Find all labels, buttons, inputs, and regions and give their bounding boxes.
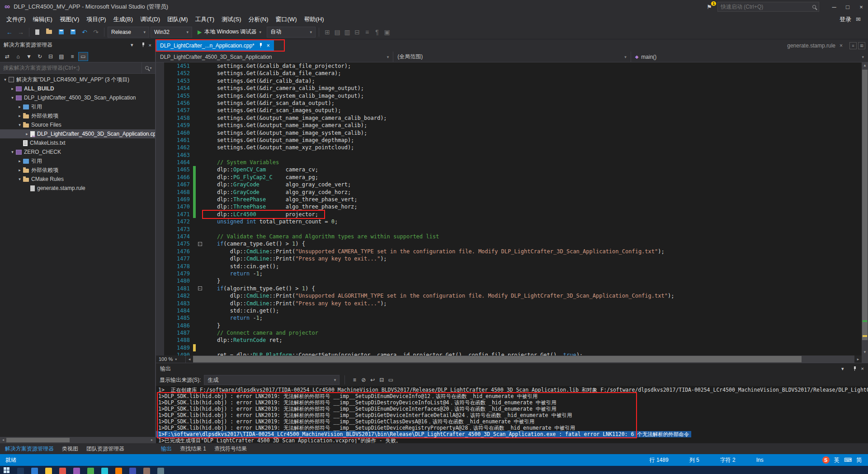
output-line[interactable]: 1>DLP_SDK.lib(hid.obj) : error LNK2019: …	[156, 406, 559, 412]
start-button[interactable]	[4, 467, 10, 474]
taskbar-app-vs[interactable]	[73, 468, 80, 474]
taskbar-app-folder[interactable]	[45, 468, 52, 474]
outline-icon[interactable]: ▤	[332, 28, 342, 36]
breakpoint-margin[interactable]	[156, 233, 164, 240]
preview-selected-icon[interactable]: ▭	[78, 52, 88, 61]
breakpoint-margin[interactable]	[156, 85, 164, 92]
output-text-area[interactable]: 1> 正在创建库 F:/software/dlpsdkvs2017/TIDA-0…	[156, 386, 868, 443]
tool-tab-类视图[interactable]: 类视图	[58, 443, 82, 454]
pin-icon[interactable]	[142, 43, 145, 47]
tool-tab-团队资源管理器[interactable]: 团队资源管理器	[82, 443, 128, 454]
code-line[interactable]: 1475− if(camera_type.Get() > 1) {	[156, 240, 868, 247]
breakpoint-margin[interactable]	[156, 159, 164, 166]
ime-simplified-indicator[interactable]: 简	[856, 456, 862, 464]
code-line[interactable]: 1464 // System Variables	[156, 159, 868, 166]
taskbar-app-orange[interactable]	[115, 468, 122, 474]
quick-launch-box[interactable]	[717, 2, 819, 12]
breakpoint-margin[interactable]	[156, 152, 164, 159]
code-editor[interactable]: 1451 settings.Get(&calib_data_file_proje…	[156, 62, 868, 356]
build-icon[interactable]: ⊞	[322, 28, 332, 36]
breakpoint-margin[interactable]	[156, 114, 164, 122]
maximize-button[interactable]: □	[841, 0, 854, 14]
code-line[interactable]: 1468 dlp::GrayCode algo_gray_code_horz;	[156, 189, 868, 196]
scrollbar-thumb[interactable]	[193, 356, 802, 362]
code-line[interactable]: 1481− if(algorithm_type.Get() > 1) {	[156, 285, 868, 292]
breakpoint-margin[interactable]	[156, 62, 164, 70]
scrollbar-thumb[interactable]	[6, 438, 70, 442]
code-line[interactable]: 1480 }	[156, 277, 868, 284]
editor-vertical-scrollbar[interactable]: ▲ ▼	[862, 62, 868, 356]
breakpoint-margin[interactable]	[156, 196, 164, 203]
chevron-collapsed-icon[interactable]: ▸	[9, 86, 16, 91]
show-all-files-icon[interactable]: ▤	[57, 52, 66, 61]
code-line[interactable]: 1473	[156, 226, 868, 233]
breakpoint-margin[interactable]	[156, 92, 164, 100]
feedback-icon[interactable]: ✉	[856, 16, 861, 23]
breakpoint-margin[interactable]	[156, 166, 164, 173]
scroll-right-icon[interactable]: ▸	[854, 356, 862, 363]
float-window-icon[interactable]: ⊞	[858, 42, 865, 49]
keyboard-icon[interactable]: ⌨	[844, 457, 852, 463]
word-wrap-icon[interactable]: ↩	[368, 377, 377, 383]
grid-icon[interactable]: ▥	[342, 28, 352, 36]
breakpoint-margin[interactable]	[156, 77, 164, 85]
tab-active-document[interactable]: DLP_LightCrafter_...n_Application.cpp* ×	[156, 39, 274, 52]
quick-launch-input[interactable]	[721, 4, 812, 10]
filter-icon[interactable]: ▼	[24, 52, 34, 61]
breakpoint-margin[interactable]	[156, 211, 164, 218]
taskbar-app-browser[interactable]	[59, 468, 66, 474]
code-line[interactable]: 1453 settings.Get(&dir_calib_data);	[156, 77, 868, 85]
navigate-forward-icon[interactable]: →	[16, 28, 26, 36]
tree-item[interactable]: ▾CMake Rules	[0, 175, 155, 184]
breakpoint-margin[interactable]	[156, 337, 164, 344]
redo-icon[interactable]: ↷	[91, 28, 101, 36]
zoom-control[interactable]: 100 % ▾	[156, 356, 186, 363]
code-line[interactable]: 1471 dlp::LCr4500 projector;	[156, 211, 868, 218]
breakpoint-margin[interactable]	[156, 240, 164, 247]
breakpoint-margin[interactable]	[156, 144, 164, 151]
chevron-expanded-icon[interactable]: ▾	[9, 95, 16, 100]
code-line[interactable]: 1457 settings.Get(&dir_scan_images_outpu…	[156, 107, 868, 114]
chevron-collapsed-icon[interactable]: ▸	[16, 114, 23, 118]
tree-horizontal-scrollbar[interactable]: ◂ ▸	[0, 437, 155, 443]
code-line[interactable]: 1479 return -1;	[156, 270, 868, 277]
navigate-back-icon[interactable]: ←	[5, 28, 14, 36]
search-button[interactable]: ▾	[142, 62, 155, 73]
output-line[interactable]: 1> 正在创建库 F:/software/dlpsdkvs2017/TIDA-0…	[156, 387, 868, 393]
code-line[interactable]: 1460 settings.Get(&output_name_image_sys…	[156, 129, 868, 137]
messages-icon[interactable]: ≡	[350, 377, 359, 383]
auto-dropdown[interactable]: 自动 ▾	[267, 27, 316, 38]
code-line[interactable]: 1478 std::cin.get();	[156, 263, 868, 270]
code-line[interactable]: 1451 settings.Get(&calib_data_file_proje…	[156, 62, 868, 70]
minimize-button[interactable]: ─	[827, 0, 841, 14]
menu-item[interactable]: 文件(F)	[3, 14, 29, 25]
code-line[interactable]: 1490 ret = dlp::DLP_Platform::ConnectSet…	[156, 351, 868, 356]
chevron-down-icon[interactable]: ▾	[131, 42, 133, 48]
code-line[interactable]: 1489	[156, 344, 868, 351]
breakpoint-margin[interactable]	[156, 100, 164, 107]
chevron-down-icon[interactable]: ▾	[841, 366, 844, 372]
breakpoint-margin[interactable]	[156, 270, 164, 277]
tab-list-icon[interactable]: ≡	[849, 42, 857, 49]
tree-item[interactable]: CMakeLists.txt	[0, 138, 155, 147]
solution-search-input[interactable]	[0, 65, 142, 71]
ime-sogou-icon[interactable]: S	[822, 456, 830, 464]
tree-item[interactable]: ▸引用	[0, 156, 155, 166]
breakpoint-margin[interactable]	[156, 263, 164, 270]
properties-icon[interactable]: ≡	[67, 52, 77, 61]
taskbar-app-teal[interactable]	[101, 468, 108, 474]
code-line[interactable]: 1486 }	[156, 322, 868, 329]
code-line[interactable]: 1452 settings.Get(&calib_data_file_camer…	[156, 70, 868, 77]
chevron-collapsed-icon[interactable]: ▸	[16, 104, 23, 109]
taskbar-app-brown[interactable]	[143, 468, 150, 474]
close-button[interactable]: ×	[854, 0, 868, 14]
menu-item[interactable]: 调试(D)	[137, 14, 164, 25]
menu-item[interactable]: 窗口(W)	[272, 14, 301, 25]
navbar-member-dropdown[interactable]: ◆ main() ▾	[631, 52, 868, 62]
list-icon[interactable]: ≡	[362, 28, 372, 36]
collapse-output-icon[interactable]: ⊟	[377, 377, 386, 383]
pin-icon[interactable]	[259, 43, 263, 48]
tool-tab-查找结果 1[interactable]: 查找结果 1	[176, 443, 210, 454]
breakpoint-margin[interactable]	[156, 181, 164, 188]
menu-item[interactable]: 分析(N)	[245, 14, 272, 25]
